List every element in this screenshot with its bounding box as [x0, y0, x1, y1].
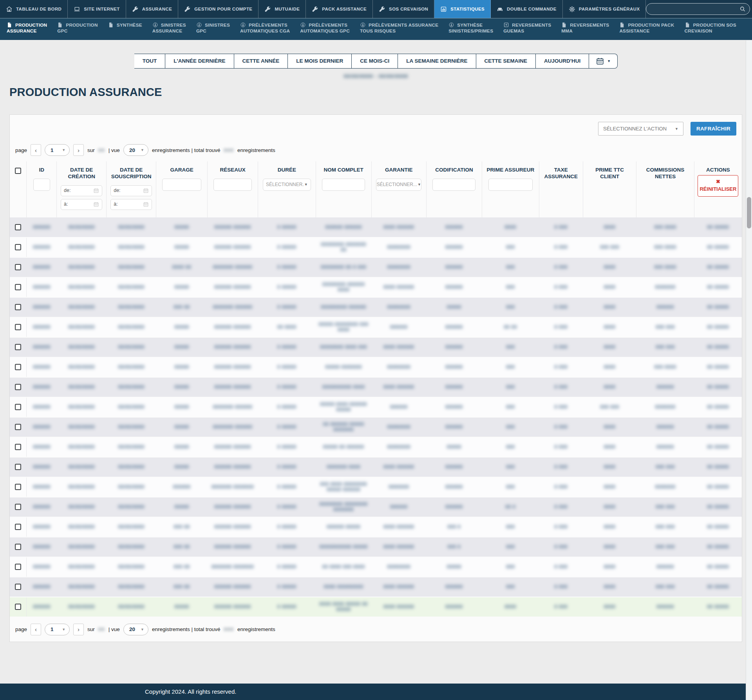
cell-actions-redacted[interactable]: 00 00000: [707, 484, 729, 490]
garantie-filter-select[interactable]: SÉLECTIONNER... ▼: [376, 179, 421, 191]
garage-filter-input[interactable]: [162, 179, 201, 191]
sub-nav-item[interactable]: PRÉLÈVEMENTS AUTOMATIQUES CGA: [235, 18, 295, 40]
row-checkbox[interactable]: [15, 344, 21, 350]
cell-actions-redacted[interactable]: 00 00000: [707, 544, 729, 550]
cell-actions-redacted[interactable]: 00 00000: [707, 564, 729, 570]
period-filter-button[interactable]: CETTE SEMAINE: [476, 54, 536, 69]
sub-nav-item[interactable]: PRODUCTION SOS CREVAISON: [680, 18, 741, 40]
id-filter-input[interactable]: [33, 179, 50, 191]
top-nav-item[interactable]: SOS CREVAISON: [373, 0, 434, 18]
row-checkbox[interactable]: [15, 484, 21, 490]
sub-nav-item[interactable]: SINISTRES GPC: [191, 18, 235, 40]
period-filter-button[interactable]: LA SEMAINE DERNIÈRE: [398, 54, 476, 69]
calendar-icon[interactable]: [143, 201, 149, 207]
top-nav-item[interactable]: DOUBLE COMMANDE: [491, 0, 563, 18]
cell-actions-redacted[interactable]: 00 00000: [707, 384, 729, 390]
sub-nav-item[interactable]: SINISTRES ASSURANCE: [147, 18, 191, 40]
row-checkbox[interactable]: [15, 504, 21, 510]
cell-actions-redacted[interactable]: 00 00000: [707, 424, 729, 430]
sub-nav-item[interactable]: PRODUCTION PACK ASSISTANCE: [614, 18, 679, 40]
row-checkbox[interactable]: [15, 524, 21, 530]
sub-nav-item[interactable]: REVERSEMENTS MMA: [556, 18, 614, 40]
row-checkbox[interactable]: [15, 244, 21, 250]
cell-actions-redacted[interactable]: 00 00000: [707, 584, 729, 590]
row-checkbox[interactable]: [15, 364, 21, 370]
row-checkbox[interactable]: [15, 324, 21, 330]
action-select[interactable]: SÉLECTIONNEZ L'ACTION ▼: [598, 122, 683, 136]
refresh-button[interactable]: RAFRAÎCHIR: [691, 122, 736, 136]
row-checkbox[interactable]: [15, 424, 21, 430]
cell-actions-redacted[interactable]: 00 00000: [707, 364, 729, 370]
per-page-select[interactable]: 20 ▼: [123, 624, 148, 635]
codification-filter-input[interactable]: [432, 179, 475, 191]
period-filter-button[interactable]: AUJOURD'HUI: [536, 54, 589, 69]
duree-filter-select[interactable]: SÉLECTIONNER. ▼: [263, 179, 311, 191]
creation-date-to-input[interactable]: à:: [61, 199, 102, 210]
cell-actions-redacted[interactable]: 00 00000: [707, 524, 729, 530]
cell-actions-redacted[interactable]: 00 00000: [707, 344, 729, 350]
next-page-button[interactable]: ›: [73, 624, 84, 635]
top-nav-item[interactable]: PACK ASSISTANCE: [306, 0, 373, 18]
period-filter-button[interactable]: CETTE ANNÉE: [234, 54, 288, 69]
sub-nav-item[interactable]: SYNTHÈSE SINISTRES/PRIMES: [443, 18, 498, 40]
row-checkbox[interactable]: [15, 264, 21, 270]
period-filter-button[interactable]: CE MOIS-CI: [352, 54, 398, 69]
row-checkbox[interactable]: [15, 584, 21, 590]
page-number-select[interactable]: 1 ▼: [45, 624, 70, 635]
calendar-icon[interactable]: [93, 188, 99, 194]
row-checkbox[interactable]: [15, 564, 21, 570]
cell-actions-redacted[interactable]: 00 00000: [707, 444, 729, 450]
calendar-icon[interactable]: [143, 188, 149, 194]
nom-filter-input[interactable]: [322, 179, 365, 191]
search-input[interactable]: [646, 3, 750, 15]
reset-filters-button[interactable]: ✖ RÉINITIALISER: [698, 175, 738, 197]
row-checkbox[interactable]: [15, 224, 21, 230]
prime-assureur-filter-input[interactable]: [488, 179, 533, 191]
row-checkbox[interactable]: [15, 604, 21, 610]
sub-nav-item[interactable]: PRODUCTION GPC: [52, 18, 103, 40]
sub-nav-item[interactable]: SYNTHÈSE: [103, 18, 147, 40]
top-nav-item[interactable]: PARAMÈTRES GÉNÉRAUX: [563, 0, 646, 18]
page-number-select[interactable]: 1 ▼: [45, 144, 70, 156]
cell-actions-redacted[interactable]: 00 00000: [707, 604, 729, 610]
scrollbar-track[interactable]: [746, 40, 752, 700]
cell-actions-redacted[interactable]: 00 00000: [707, 304, 729, 310]
scrollbar-thumb[interactable]: [747, 197, 751, 228]
per-page-select[interactable]: 20 ▼: [123, 144, 148, 156]
calendar-icon[interactable]: [93, 201, 99, 207]
cell-actions-redacted[interactable]: 00 00000: [707, 404, 729, 410]
period-filter-button[interactable]: TOUT: [134, 54, 166, 69]
next-page-button[interactable]: ›: [73, 144, 84, 156]
sub-nav-item[interactable]: PRÉLÈVEMENTS AUTOMATIQUES GPC: [295, 18, 355, 40]
row-checkbox[interactable]: [15, 444, 21, 450]
top-nav-item[interactable]: SITE INTERNET: [68, 0, 126, 18]
row-checkbox[interactable]: [15, 304, 21, 310]
row-checkbox[interactable]: [15, 544, 21, 550]
reseaux-filter-input[interactable]: [213, 179, 252, 191]
cell-actions-redacted[interactable]: 00 00000: [707, 504, 729, 510]
row-checkbox[interactable]: [15, 384, 21, 390]
top-nav-item[interactable]: GESTION POUR COMPTE: [178, 0, 258, 18]
period-calendar-dropdown[interactable]: ▼: [589, 54, 618, 69]
sub-nav-item[interactable]: PRÉLÈVEMENTS ASSURANCE TOUS RISQUES: [355, 18, 443, 40]
period-filter-button[interactable]: LE MOIS DERNIER: [288, 54, 352, 69]
period-filter-button[interactable]: L'ANNÉE DERNIÈRE: [165, 54, 234, 69]
prev-page-button[interactable]: ‹: [31, 144, 41, 156]
row-checkbox[interactable]: [15, 464, 21, 470]
cell-actions-redacted[interactable]: 00 00000: [707, 244, 729, 250]
souscription-date-from-input[interactable]: de:: [110, 185, 152, 196]
row-checkbox[interactable]: [15, 284, 21, 290]
cell-actions-redacted[interactable]: 00 00000: [707, 464, 729, 470]
cell-actions-redacted[interactable]: 00 00000: [707, 224, 729, 230]
cell-actions-redacted[interactable]: 00 00000: [707, 264, 729, 270]
sub-nav-item[interactable]: REVERSEMENTS GUEMAS: [498, 18, 556, 40]
top-nav-item[interactable]: TABLEAU DE BORD: [0, 0, 68, 18]
cell-actions-redacted[interactable]: 00 00000: [707, 324, 729, 330]
prev-page-button[interactable]: ‹: [31, 624, 41, 635]
top-nav-item[interactable]: ASSURANCE: [126, 0, 178, 18]
creation-date-from-input[interactable]: de:: [61, 185, 102, 196]
select-all-checkbox[interactable]: [15, 168, 21, 174]
search-icon[interactable]: [739, 5, 746, 13]
souscription-date-to-input[interactable]: à:: [110, 199, 152, 210]
row-checkbox[interactable]: [15, 404, 21, 410]
